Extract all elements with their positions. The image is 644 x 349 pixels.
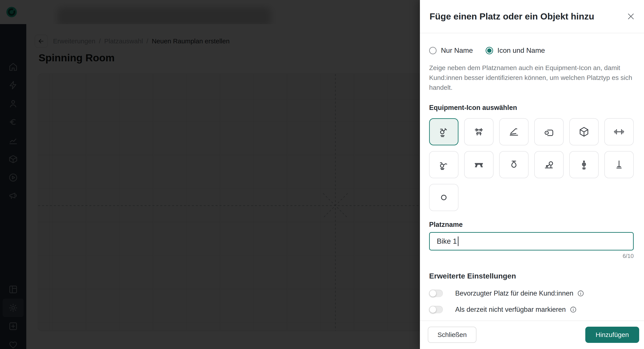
radio-icon-und-name-label: Icon und Name	[498, 46, 545, 54]
equipment-recumbent-bike-icon[interactable]	[429, 151, 458, 178]
platzname-value: Bike 1	[437, 237, 457, 245]
radio-selected-icon	[486, 47, 493, 54]
toggle-knob	[430, 290, 436, 297]
platzname-input[interactable]: Bike 1	[429, 232, 634, 251]
info-icon[interactable]	[570, 306, 577, 313]
equipment-dumbbell-icon[interactable]	[604, 118, 634, 145]
radio-icon-und-name[interactable]: Icon und Name	[486, 46, 545, 54]
equipment-pole-icon[interactable]	[604, 151, 634, 178]
platzname-label: Platzname	[429, 221, 634, 229]
panel-header: Füge einen Platz oder ein Objekt hinzu	[420, 0, 644, 33]
equipment-punching-bag-icon[interactable]	[499, 151, 528, 178]
advanced-settings-title: Erweiterte Einstellungen	[429, 272, 634, 280]
add-button[interactable]: Hinzufügen	[585, 327, 639, 343]
preferred-place-label: Bevorzugter Platz für deine Kund:innen	[455, 290, 573, 297]
panel-body: Nur Name Icon und Name Zeige neben dem P…	[429, 33, 634, 314]
equipment-icon-grid	[429, 118, 640, 211]
equipment-spot-circle-icon[interactable]	[429, 184, 458, 211]
panel-footer: Schließen Hinzufügen	[420, 321, 644, 349]
equipment-rowing-machine-icon[interactable]	[534, 151, 564, 178]
display-mode-options: Nur Name Icon und Name	[429, 46, 634, 54]
radio-circle-icon	[429, 47, 436, 54]
unavailable-toggle[interactable]	[429, 306, 443, 313]
preferred-place-row: Bevorzugter Platz für deine Kund:innen	[429, 290, 634, 297]
equipment-section-title: Equipment-Icon auswählen	[429, 104, 634, 112]
equipment-bench-press-icon[interactable]	[464, 118, 494, 145]
unavailable-row: Als derzeit nicht verfügbar markieren	[429, 306, 634, 314]
radio-nur-name-label: Nur Name	[441, 46, 473, 54]
panel-title: Füge einen Platz oder ein Objekt hinzu	[430, 11, 594, 22]
close-button[interactable]: Schließen	[428, 327, 476, 343]
add-place-panel: Füge einen Platz oder ein Objekt hinzu N…	[420, 0, 644, 349]
toggle-knob	[430, 306, 436, 313]
equipment-spin-bike-icon[interactable]	[429, 118, 458, 145]
radio-nur-name[interactable]: Nur Name	[429, 46, 473, 54]
equipment-yoga-mat-icon[interactable]	[534, 118, 564, 145]
preferred-place-toggle[interactable]	[429, 290, 443, 297]
equipment-bench-icon[interactable]	[464, 151, 494, 178]
text-caret	[458, 237, 458, 246]
info-icon[interactable]	[577, 290, 584, 297]
equipment-elliptical-icon[interactable]	[569, 151, 599, 178]
equipment-treadmill-icon[interactable]	[499, 118, 528, 145]
equipment-box-icon[interactable]	[569, 118, 599, 145]
screen: Erweiterungen / Platzauswahl / Neuen Rau…	[0, 0, 644, 349]
display-mode-description: Zeige neben dem Platznamen auch ein Equi…	[429, 63, 634, 92]
close-icon[interactable]	[626, 12, 635, 21]
unavailable-label: Als derzeit nicht verfügbar markieren	[455, 306, 566, 314]
char-counter: 6/10	[429, 253, 634, 260]
